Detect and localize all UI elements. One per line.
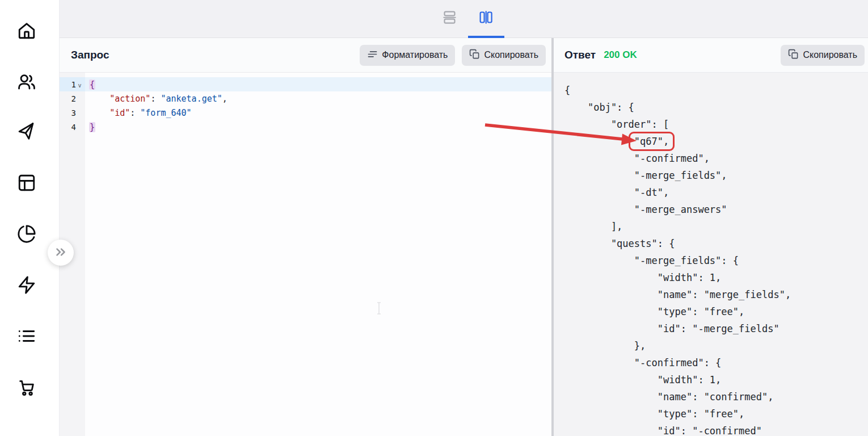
response-line: "-merge_fields",: [564, 167, 868, 184]
response-line: "id": "-confirmed": [564, 422, 868, 436]
code-line[interactable]: }: [85, 120, 551, 134]
request-panel-header: Запрос Форматировать Скопировать: [60, 38, 551, 73]
fold-chevron-icon[interactable]: v: [76, 83, 83, 89]
request-copy-button-label: Скопировать: [484, 50, 538, 60]
sidebar-item-shop[interactable]: [14, 375, 39, 400]
format-button[interactable]: Форматировать: [360, 45, 455, 66]
response-line: "-dt",: [564, 184, 868, 201]
annotation-highlight-box: "q67",: [629, 132, 675, 151]
code-line[interactable]: {: [85, 77, 551, 91]
rows-view-toggle[interactable]: [432, 0, 468, 38]
app: Запрос Форматировать Скопировать 1v234 {…: [0, 0, 868, 436]
response-line: "name": "confirmed",: [564, 388, 868, 405]
view-toggle-bar: [60, 0, 868, 38]
chevrons-right-icon: [53, 245, 68, 261]
rows-layout-icon: [442, 10, 457, 27]
response-line: "type": "free",: [564, 405, 868, 422]
columns-view-toggle[interactable]: [468, 0, 504, 38]
sidebar-item-users[interactable]: [14, 70, 39, 95]
send-icon: [17, 122, 36, 143]
response-line: ],: [564, 218, 868, 235]
response-line: "type": "free",: [564, 303, 868, 320]
response-line: "-merge_answers": [564, 201, 868, 218]
response-line: "width": 1,: [564, 269, 868, 286]
status-badge: 200 OK: [604, 49, 637, 61]
line-number: 3: [60, 106, 85, 120]
home-icon: [17, 21, 36, 42]
sidebar: [0, 0, 60, 436]
response-panel-header: Ответ 200 OK Скопировать: [554, 38, 868, 73]
view-toggle-tabs: [432, 0, 504, 38]
response-body: { "obj": { "order": [ "q67", "-confirmed…: [554, 73, 868, 436]
format-button-label: Форматировать: [382, 50, 448, 60]
list-icon: [17, 326, 36, 347]
response-line: "-confirmed": {: [564, 354, 868, 371]
layout-icon: [17, 173, 36, 194]
sidebar-expand-button[interactable]: [48, 240, 74, 266]
request-code[interactable]: { "action": "anketa.get", "id": "form_64…: [85, 73, 551, 436]
sidebar-item-layout[interactable]: [14, 171, 39, 196]
response-line: },: [564, 337, 868, 354]
request-editor[interactable]: 1v234 { "action": "anketa.get", "id": "f…: [60, 73, 551, 436]
pie-chart-icon: [17, 224, 36, 245]
text-cursor: [375, 301, 383, 317]
sidebar-item-send[interactable]: [14, 120, 39, 145]
response-panel-title: Ответ: [564, 49, 596, 61]
line-number: 4: [60, 120, 85, 134]
response-copy-button-label: Скопировать: [803, 50, 857, 60]
copy-icon: [788, 49, 799, 62]
shopping-cart-icon: [17, 378, 36, 399]
columns-layout-icon: [478, 10, 494, 27]
copy-icon: [469, 49, 480, 62]
line-number: 1v: [60, 77, 85, 91]
code-line[interactable]: "action": "anketa.get",: [85, 91, 551, 106]
response-line: "obj": {: [564, 99, 868, 116]
panel-divider[interactable]: [551, 38, 554, 436]
sidebar-item-analytics[interactable]: [14, 222, 39, 247]
sidebar-item-list[interactable]: [14, 324, 39, 349]
format-lines-icon: [367, 49, 378, 62]
response-line: "-confirmed",: [564, 150, 868, 167]
sidebar-item-home[interactable]: [14, 19, 39, 44]
response-line: "name": "merge_fields",: [564, 286, 868, 303]
response-line: "id": "-merge_fields": [564, 320, 868, 337]
response-line: "-merge_fields": {: [564, 252, 868, 269]
zap-icon: [17, 275, 36, 296]
response-line: {: [564, 82, 868, 99]
request-panel-title: Запрос: [71, 49, 109, 61]
response-line: "q67",: [564, 133, 868, 150]
response-copy-button[interactable]: Скопировать: [781, 45, 865, 66]
code-line[interactable]: "id": "form_640": [85, 106, 551, 120]
users-icon: [17, 72, 36, 93]
response-line: "width": 1,: [564, 371, 868, 388]
request-copy-button[interactable]: Скопировать: [462, 45, 546, 66]
line-number: 2: [60, 91, 85, 106]
sidebar-item-automation[interactable]: [14, 273, 39, 298]
response-line: "order": [: [564, 116, 868, 133]
response-line: "quests": {: [564, 235, 868, 252]
